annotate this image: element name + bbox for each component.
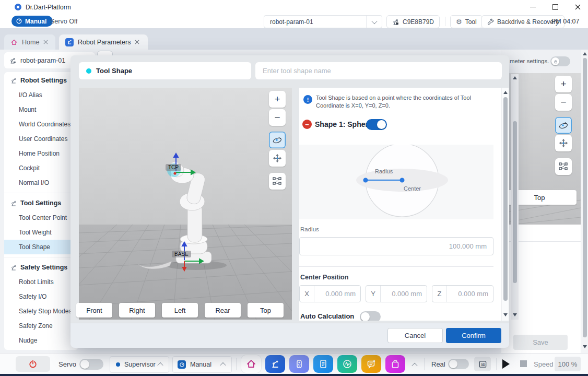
zoom-out-button[interactable]: − xyxy=(555,94,572,111)
orbit-view-button[interactable] xyxy=(269,132,286,148)
manual-mode-badge[interactable]: Manual xyxy=(11,16,53,27)
app-icon-robot-params[interactable] xyxy=(265,355,285,373)
radius-input[interactable]: 100.000 mm xyxy=(299,237,493,255)
window-close-button[interactable] xyxy=(569,1,586,13)
scroll-up-icon[interactable] xyxy=(503,91,508,94)
sidebar-item-home-position[interactable]: Home Position xyxy=(4,146,78,161)
param-file-select[interactable]: robot-param-01 xyxy=(264,15,382,28)
remove-shape-icon[interactable]: − xyxy=(302,120,312,129)
app-icon-store[interactable] xyxy=(385,355,405,373)
view-3d-button[interactable]: 3D xyxy=(474,357,491,371)
view-rear-button[interactable]: Rear xyxy=(205,303,241,318)
speed-value[interactable]: 100 % xyxy=(555,357,581,371)
scroll-up-icon[interactable] xyxy=(513,76,517,79)
stop-button[interactable] xyxy=(520,360,527,367)
zoom-out-button[interactable]: − xyxy=(269,109,286,126)
window-minimize-button[interactable] xyxy=(524,1,542,13)
close-icon[interactable] xyxy=(43,40,48,44)
chevron-down-icon xyxy=(366,16,382,28)
confirm-button[interactable]: Confirm xyxy=(446,328,501,343)
page-scrollbar[interactable] xyxy=(581,50,588,353)
zoom-in-button[interactable]: + xyxy=(269,91,286,108)
pan-view-button[interactable] xyxy=(555,135,572,151)
real-mode-toggle[interactable] xyxy=(448,359,469,369)
home-icon xyxy=(246,359,256,369)
play-button[interactable] xyxy=(502,359,510,369)
save-button[interactable]: Save xyxy=(513,335,568,350)
view-top-button[interactable]: Top xyxy=(248,303,284,318)
tool-shape-name-input[interactable] xyxy=(255,62,502,79)
sidebar-item-cockpit[interactable]: Cockpit xyxy=(4,161,78,175)
sidebar-item-tool-weight[interactable]: Tool Weight xyxy=(4,225,78,240)
lock-icon xyxy=(554,60,558,64)
robot-icon xyxy=(270,359,280,369)
sidebar-item-nudge[interactable]: Nudge xyxy=(4,333,78,348)
cancel-button[interactable]: Cancel xyxy=(387,328,443,343)
scrollbar-thumb[interactable] xyxy=(513,121,517,283)
shape-enabled-toggle[interactable] xyxy=(366,119,387,130)
title-bar: Dr.Dart-Platform xyxy=(0,0,588,15)
sidebar-item-mount[interactable]: Mount xyxy=(4,102,78,117)
scroll-down-icon[interactable] xyxy=(503,313,508,316)
measure-view-button[interactable] xyxy=(555,158,572,175)
tab-bar: Home Robot Parameters xyxy=(0,28,588,50)
main-toolbar: Manual Servo Off robot-param-01 C9E8B79D… xyxy=(0,14,588,29)
scroll-down-icon[interactable] xyxy=(583,345,587,348)
center-y-input[interactable]: Y 0.000 mm xyxy=(366,285,427,302)
auto-calculation-toggle[interactable] xyxy=(360,311,381,321)
sidebar-item-user-coordinates[interactable]: User Coordinates xyxy=(4,132,78,146)
auto-calculation-label: Auto Calculation xyxy=(300,312,354,320)
settings-lock-toggle[interactable] xyxy=(550,56,570,66)
sidebar-item-tool-shape[interactable]: Tool Shape xyxy=(4,240,78,254)
power-icon xyxy=(29,360,37,368)
sidebar-item-normal-io[interactable]: Normal I/O xyxy=(4,175,78,190)
sidebar-item-robot-limits[interactable]: Robot Limits xyxy=(4,275,78,289)
scroll-down-icon[interactable] xyxy=(513,313,517,316)
background-scrollbar[interactable] xyxy=(511,74,519,320)
sidebar-item-safety-stop-modes[interactable]: Safety Stop Modes xyxy=(4,304,78,319)
orbit-icon xyxy=(558,120,569,131)
sidebar-item-safety-zone[interactable]: Safety Zone xyxy=(4,319,78,333)
zoom-in-button[interactable]: + xyxy=(555,76,572,92)
measure-icon xyxy=(558,161,569,172)
divider xyxy=(299,266,493,267)
close-icon[interactable] xyxy=(135,40,139,44)
window-maximize-button[interactable] xyxy=(546,1,564,13)
sidebar-item-safety-io[interactable]: Safety I/O xyxy=(4,289,78,304)
center-position-label: Center Position xyxy=(300,274,348,281)
dialog-3d-viewport[interactable]: TCP BASE xyxy=(79,88,292,320)
mode-select[interactable]: Manual xyxy=(172,356,232,373)
app-icon-home[interactable] xyxy=(241,355,261,373)
pan-view-button[interactable] xyxy=(269,150,286,167)
device-id-chip[interactable]: C9E8B79D xyxy=(386,15,440,28)
divider xyxy=(424,358,425,370)
app-icon-remote-control[interactable] xyxy=(289,355,309,373)
center-z-input[interactable]: Z 0.000 mm xyxy=(432,285,493,302)
power-button[interactable] xyxy=(16,356,50,372)
scrollbar-thumb[interactable] xyxy=(503,97,508,301)
tab-home[interactable]: Home xyxy=(4,34,55,50)
view-right-button[interactable]: Right xyxy=(119,303,155,318)
tab-robot-parameters[interactable]: Robot Parameters xyxy=(59,34,148,50)
dock-collapse-icon[interactable] xyxy=(411,363,417,369)
clock: PM 04:07 xyxy=(551,18,580,25)
scrollbar-thumb[interactable] xyxy=(583,58,587,337)
manual-mode-icon xyxy=(178,360,186,369)
servo-toggle[interactable] xyxy=(79,359,103,370)
sidebar-item-tool-center-point[interactable]: Tool Center Point xyxy=(4,210,78,225)
scroll-up-icon[interactable] xyxy=(583,52,587,55)
app-icon-report[interactable] xyxy=(313,355,333,373)
view-front-button[interactable]: Front xyxy=(76,303,112,318)
orbit-view-button[interactable] xyxy=(555,117,572,134)
center-x-input[interactable]: X 0.000 mm xyxy=(299,285,361,302)
shape-settings-panel: ! Tool Shape is based on a point where t… xyxy=(299,88,509,321)
measure-view-button[interactable] xyxy=(269,173,286,190)
app-icon-monitoring[interactable] xyxy=(337,355,357,373)
view-left-button[interactable]: Left xyxy=(162,303,198,318)
dialog-scrollbar[interactable] xyxy=(501,88,509,321)
tool-button[interactable]: ⚙ Tool xyxy=(450,15,483,28)
sidebar-item-io-alias[interactable]: I/O Alias xyxy=(4,88,78,102)
app-icon-log[interactable] xyxy=(361,355,381,373)
role-select[interactable]: Supervisor xyxy=(110,356,169,373)
sidebar-item-world-coordinates[interactable]: World Coordinates xyxy=(4,117,78,132)
